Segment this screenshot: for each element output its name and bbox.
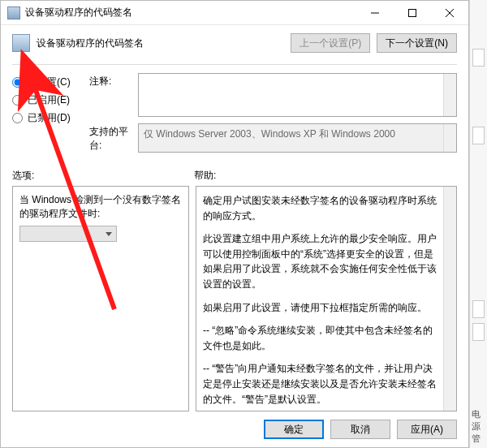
radio-enabled[interactable]: 已启用(E) — [12, 91, 85, 109]
header: 设备驱动程序的代码签名 上一个设置(P) 下一个设置(N) — [1, 25, 468, 59]
supported-platforms: 仅 Windows Server 2003、Windows XP 和 Windo… — [138, 123, 457, 153]
options-text: 当 Windows 检测到一个没有数字签名的驱动程序文件时: — [19, 193, 182, 221]
bg-box — [472, 323, 485, 341]
radio-not-configured-input[interactable] — [12, 77, 23, 88]
cancel-button[interactable]: 取消 — [330, 420, 390, 439]
help-panel: 确定用户试图安装未经数字签名的设备驱动程序时系统的响应方式。 此设置建立组中用户… — [196, 186, 457, 411]
radio-group: 未配置(C) 已启用(E) 已禁用(D) — [12, 73, 85, 127]
form-right: 注释: 支持的平台: 仅 Windows Server 2003、Windows… — [89, 73, 457, 153]
svg-rect-0 — [409, 9, 416, 16]
background-window-strip: 电源管 — [469, 0, 487, 448]
section-labels: 选项: 帮助: — [1, 159, 468, 186]
dialog-window: 设备驱动程序的代码签名 设备驱动程序的代码签名 上一个设置(P) 下一个设置(N… — [0, 0, 469, 448]
platform-label: 支持的平台: — [89, 123, 138, 153]
radio-disabled-input[interactable] — [12, 113, 23, 123]
radio-disabled[interactable]: 已禁用(D) — [12, 109, 85, 127]
config-form: 未配置(C) 已启用(E) 已禁用(D) 注释: 支持的平台: 仅 Wi — [1, 65, 468, 153]
minimize-button[interactable] — [356, 1, 394, 25]
platform-row: 支持的平台: 仅 Windows Server 2003、Windows XP … — [89, 123, 457, 153]
radio-disabled-label: 已禁用(D) — [28, 111, 71, 125]
app-icon — [7, 6, 20, 19]
options-section-label: 选项: — [12, 169, 194, 183]
platform-value: 仅 Windows Server 2003、Windows XP 和 Windo… — [144, 128, 395, 140]
panels: 当 Windows 检测到一个没有数字签名的驱动程序文件时: 确定用户试图安装未… — [1, 186, 468, 411]
radio-enabled-input[interactable] — [12, 95, 23, 106]
options-panel: 当 Windows 检测到一个没有数字签名的驱动程序文件时: — [12, 186, 189, 411]
scrollbar-vertical[interactable] — [443, 187, 456, 411]
dialog-footer: 确定 取消 应用(A) — [264, 420, 457, 439]
bg-box — [472, 300, 485, 318]
help-paragraph: 如果启用了此设置，请使用下拉框指定所需的响应。 — [203, 300, 440, 316]
help-paragraph: 确定用户试图安装未经数字签名的设备驱动程序时系统的响应方式。 — [203, 193, 440, 223]
radio-not-configured-label: 未配置(C) — [28, 75, 71, 89]
window-title: 设备驱动程序的代码签名 — [25, 6, 356, 19]
comment-label: 注释: — [89, 73, 138, 88]
radio-not-configured[interactable]: 未配置(C) — [12, 73, 85, 91]
help-section-label: 帮助: — [194, 169, 457, 183]
previous-setting-button[interactable]: 上一个设置(P) — [291, 33, 370, 53]
page-title: 设备驱动程序的代码签名 — [37, 37, 284, 50]
help-paragraph: -- “警告”向用户通知未经数字签名的文件，并让用户决定是停止安装还是继续安装以… — [203, 361, 440, 407]
bg-label: 电源管 — [472, 408, 487, 445]
maximize-button[interactable] — [394, 1, 431, 25]
comment-textarea[interactable] — [138, 73, 457, 117]
bg-box — [472, 49, 485, 67]
bg-box — [472, 127, 485, 144]
close-button[interactable] — [431, 1, 468, 25]
options-dropdown[interactable] — [19, 226, 117, 242]
comment-row: 注释: — [89, 73, 457, 117]
scrollbar-vertical[interactable] — [443, 124, 456, 152]
previous-setting-label: 上一个设置(P) — [300, 37, 361, 50]
policy-icon — [12, 34, 30, 52]
ok-button[interactable]: 确定 — [264, 420, 324, 439]
help-paragraph: -- “忽略”命令系统继续安装，即使其中包含未经签名的文件也是如此。 — [203, 323, 440, 353]
apply-button[interactable]: 应用(A) — [397, 420, 457, 439]
next-setting-label: 下一个设置(N) — [386, 37, 448, 50]
help-paragraph: 此设置建立组中用户系统上允许的最少安全响应。用户可以使用控制面板中的“系统”选择… — [203, 231, 440, 291]
radio-enabled-label: 已启用(E) — [28, 93, 70, 107]
titlebar: 设备驱动程序的代码签名 — [1, 1, 468, 25]
next-setting-button[interactable]: 下一个设置(N) — [377, 33, 457, 53]
scrollbar-vertical[interactable] — [443, 74, 456, 116]
